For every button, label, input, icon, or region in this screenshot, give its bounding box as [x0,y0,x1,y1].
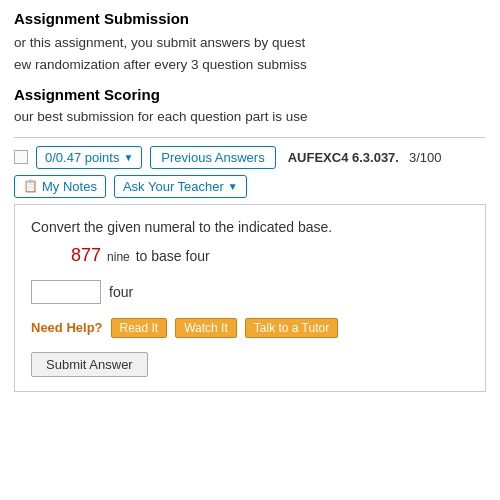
notes-label: My Notes [42,179,97,194]
notes-icon: 📋 [23,179,38,193]
read-it-label: Read It [120,321,159,335]
code-label: AUFEXC4 6.3.037. [288,150,399,165]
assignment-submission-title: Assignment Submission [14,10,486,27]
answer-row: four [31,280,469,304]
body-text-2: ew randomization after every 3 question … [14,55,486,75]
my-notes-button[interactable]: 📋 My Notes [14,175,106,198]
divider-1 [14,137,486,138]
watch-it-button[interactable]: Watch It [175,318,237,338]
need-help-label: Need Help? [31,320,103,335]
checkbox-icon [14,150,28,164]
talk-to-tutor-button[interactable]: Talk to a Tutor [245,318,338,338]
page-count: 3/100 [409,150,442,165]
points-button[interactable]: 0/0.47 points ▼ [36,146,142,169]
watch-it-label: Watch It [184,321,228,335]
numeral-subscript: nine [107,250,130,264]
prev-answers-label: Previous Answers [161,150,264,165]
toolbar-row-1: 0/0.47 points ▼ Previous Answers AUFEXC4… [14,146,486,169]
ask-teacher-button[interactable]: Ask Your Teacher ▼ [114,175,247,198]
scoring-text: our best submission for each question pa… [14,107,486,127]
toolbar-row-2: 📋 My Notes Ask Your Teacher ▼ [14,175,486,198]
answer-input[interactable] [31,280,101,304]
previous-answers-button[interactable]: Previous Answers [150,146,275,169]
numeral-line: 877nine to base four [31,245,469,266]
numeral-number: 877 [71,245,101,266]
ask-teacher-chevron: ▼ [228,181,238,192]
points-chevron: ▼ [123,152,133,163]
question-box: Convert the given numeral to the indicat… [14,204,486,392]
talk-to-tutor-label: Talk to a Tutor [254,321,329,335]
page-wrapper: Assignment Submission or this assignment… [0,0,500,500]
ask-teacher-label: Ask Your Teacher [123,179,224,194]
scoring-title: Assignment Scoring [14,86,486,103]
question-text: Convert the given numeral to the indicat… [31,219,469,235]
need-help-row: Need Help? Read It Watch It Talk to a Tu… [31,318,469,338]
read-it-button[interactable]: Read It [111,318,168,338]
submit-answer-button[interactable]: Submit Answer [31,352,148,377]
points-label: 0/0.47 points [45,150,119,165]
to-base-text: to base four [136,248,210,264]
answer-unit: four [109,284,133,300]
submit-label: Submit Answer [46,357,133,372]
body-text-1: or this assignment, you submit answers b… [14,33,486,53]
